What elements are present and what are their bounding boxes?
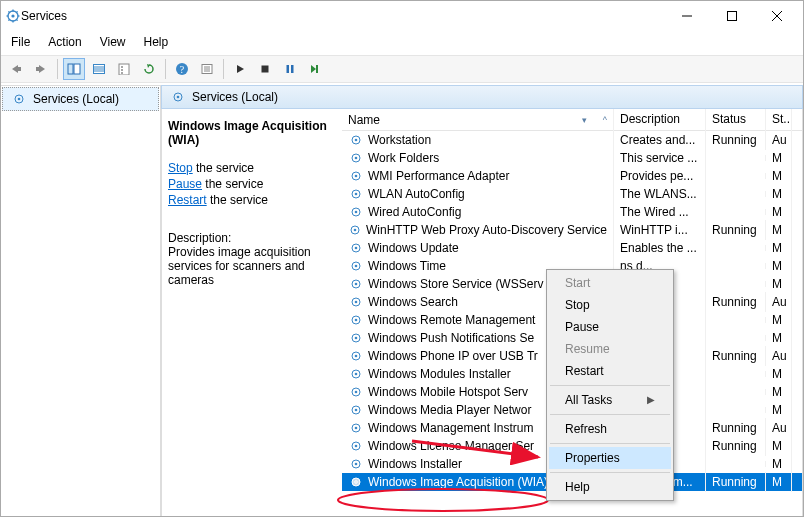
ctx-refresh[interactable]: Refresh: [549, 418, 671, 440]
service-name: Windows Media Player Networ: [368, 403, 531, 417]
service-name: Windows Store Service (WSServ: [368, 277, 543, 291]
service-status: [706, 245, 766, 251]
close-button[interactable]: [754, 2, 799, 31]
gear-icon: [170, 89, 186, 105]
service-status: [706, 317, 766, 323]
ctx-restart[interactable]: Restart: [549, 360, 671, 382]
nav-forward-button[interactable]: [30, 58, 52, 80]
svg-rect-34: [291, 65, 294, 73]
start-service-button[interactable]: [229, 58, 251, 80]
service-status: [706, 371, 766, 377]
tree-pane: Services (Local): [1, 85, 161, 517]
service-name: Windows Management Instrum: [368, 421, 533, 435]
svg-point-49: [355, 211, 358, 214]
service-startup: M: [766, 382, 792, 402]
svg-point-59: [355, 301, 358, 304]
gear-icon: [348, 204, 364, 220]
service-status: Running: [706, 346, 766, 366]
gear-icon: [348, 150, 364, 166]
service-name: Windows Modules Installer: [368, 367, 511, 381]
gear-icon: [348, 474, 364, 490]
col-name[interactable]: Name▾^: [342, 109, 614, 130]
service-status: Running: [706, 436, 766, 456]
pause-service-button[interactable]: [279, 58, 301, 80]
stop-link[interactable]: Stop: [168, 161, 193, 175]
refresh-button[interactable]: [138, 58, 160, 80]
service-status: [706, 191, 766, 197]
col-status[interactable]: Status: [706, 109, 766, 130]
service-status: [706, 155, 766, 161]
service-name: Windows Mobile Hotspot Serv: [368, 385, 528, 399]
service-startup: Au: [766, 346, 792, 366]
service-startup: M: [766, 256, 792, 276]
service-startup: M: [766, 238, 792, 258]
gear-icon: [348, 420, 364, 436]
svg-point-61: [355, 319, 358, 322]
col-startup-type[interactable]: St...: [766, 109, 792, 130]
gear-icon: [348, 456, 364, 472]
title-bar: Services: [1, 1, 803, 31]
gear-icon: [348, 384, 364, 400]
svg-point-51: [354, 229, 357, 232]
service-startup: M: [766, 148, 792, 168]
description-label: Description:: [168, 231, 332, 245]
service-status: Running: [706, 418, 766, 438]
list-header-bar: Services (Local): [161, 85, 803, 109]
help-topics-button[interactable]: [196, 58, 218, 80]
service-desc: Provides pe...: [614, 166, 706, 186]
show-hide-tree-button[interactable]: [63, 58, 85, 80]
tree-root-label: Services (Local): [33, 92, 119, 106]
ctx-help[interactable]: Help: [549, 476, 671, 498]
restart-service-button[interactable]: [304, 58, 326, 80]
menu-help[interactable]: Help: [142, 33, 171, 51]
service-desc: The WLANS...: [614, 184, 706, 204]
detail-pane: Windows Image Acquisition (WIA) Stop the…: [162, 109, 342, 517]
menu-view[interactable]: View: [98, 33, 128, 51]
properties-button[interactable]: [113, 58, 135, 80]
ctx-stop[interactable]: Stop: [549, 294, 671, 316]
service-desc: Creates and...: [614, 130, 706, 150]
service-name: WLAN AutoConfig: [368, 187, 465, 201]
gear-icon: [348, 132, 364, 148]
svg-rect-16: [68, 64, 73, 74]
ctx-all-tasks[interactable]: All Tasks▶: [549, 389, 671, 411]
pause-link[interactable]: Pause: [168, 177, 202, 191]
service-name: Windows Search: [368, 295, 458, 309]
help-button[interactable]: ?: [171, 58, 193, 80]
col-description[interactable]: Description: [614, 109, 706, 130]
menu-action[interactable]: Action: [46, 33, 83, 51]
gear-icon: [348, 438, 364, 454]
service-name: Windows Image Acquisition (WIA): [368, 475, 548, 489]
gear-icon: [348, 330, 364, 346]
svg-rect-11: [727, 12, 736, 21]
svg-point-41: [355, 139, 358, 142]
restart-link[interactable]: Restart: [168, 193, 207, 207]
maximize-button[interactable]: [709, 2, 754, 31]
nav-back-button[interactable]: [5, 58, 27, 80]
service-status: [706, 407, 766, 413]
svg-rect-15: [36, 67, 40, 71]
service-status: Running: [706, 472, 766, 492]
svg-point-57: [355, 283, 358, 286]
gear-icon: [348, 402, 364, 418]
service-status: [706, 461, 766, 467]
ctx-properties[interactable]: Properties: [549, 447, 671, 469]
gear-icon: [348, 348, 364, 364]
service-startup: M: [766, 202, 792, 222]
minimize-button[interactable]: [664, 2, 709, 31]
export-list-button[interactable]: [88, 58, 110, 80]
svg-point-25: [121, 72, 123, 74]
menu-bar: File Action View Help: [1, 31, 803, 55]
stop-service-button[interactable]: [254, 58, 276, 80]
ctx-pause[interactable]: Pause: [549, 316, 671, 338]
menu-file[interactable]: File: [9, 33, 32, 51]
svg-rect-14: [17, 67, 21, 71]
service-startup: M: [766, 400, 792, 420]
service-name: Workstation: [368, 133, 431, 147]
service-startup: M: [766, 454, 792, 474]
svg-rect-17: [74, 64, 80, 74]
service-startup: Au: [766, 418, 792, 438]
service-desc: This service ...: [614, 148, 706, 168]
service-status: Running: [706, 130, 766, 150]
tree-root-services-local[interactable]: Services (Local): [2, 87, 159, 111]
